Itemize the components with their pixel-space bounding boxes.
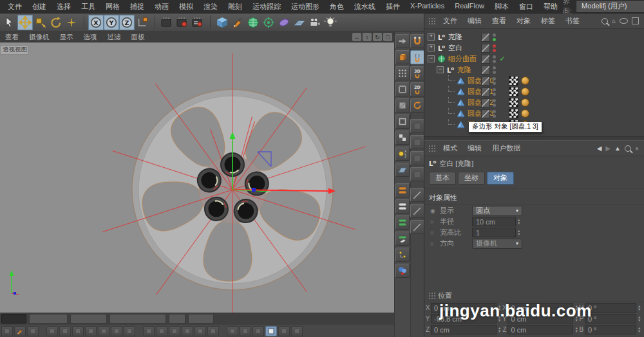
edges-mode-button[interactable] <box>395 82 410 96</box>
modeling-tool-icon[interactable] <box>240 326 251 336</box>
workplane-button[interactable] <box>395 163 410 177</box>
panel-grip-icon[interactable] <box>428 17 436 25</box>
menubar-item[interactable]: 创建 <box>27 2 52 12</box>
z-lock-toggle[interactable]: Z <box>119 15 135 30</box>
expand-toggle-icon[interactable]: − <box>437 66 444 73</box>
pan-view-icon[interactable]: ↔ <box>352 33 361 41</box>
menubar-item[interactable]: 角色 <box>325 2 349 12</box>
phong-tag-icon[interactable] <box>521 87 529 96</box>
guide-erase-button[interactable] <box>410 220 424 234</box>
visibility-tag-icon[interactable] <box>481 33 490 42</box>
subdivision-surface-button[interactable] <box>245 15 261 30</box>
axis-mode-button[interactable]: XYZ <box>395 147 410 161</box>
interface-dropdown[interactable]: Modelifj (用户) ▾ <box>576 0 644 13</box>
modeling-tool-icon[interactable] <box>182 326 193 336</box>
keyframe-dot-icon[interactable]: ○ <box>430 219 440 225</box>
size-z-field[interactable]: 0 cm <box>507 325 573 334</box>
bottom-tab[interactable] <box>169 314 185 323</box>
panel-box-icon[interactable] <box>632 17 639 24</box>
texture-tag-icon[interactable] <box>509 87 518 96</box>
object-manager-menu-item[interactable]: 查看 <box>487 16 511 26</box>
modeling-tool-icon[interactable] <box>194 326 206 336</box>
texture-tag-icon[interactable] <box>509 98 518 107</box>
isoline-edit-button[interactable] <box>395 232 410 246</box>
expand-toggle-icon[interactable]: + <box>428 44 435 51</box>
bottom-tab[interactable] <box>29 314 68 323</box>
render-settings-button[interactable] <box>190 15 205 30</box>
coordinate-system-toggle[interactable] <box>135 15 150 30</box>
visibility-tag-icon[interactable] <box>481 87 490 96</box>
stepper-icon[interactable]: ▲▼ <box>638 316 641 322</box>
spline-primitive-button[interactable] <box>276 15 292 30</box>
floor-button[interactable] <box>292 15 307 30</box>
menubar-item[interactable]: 插件 <box>381 2 405 12</box>
modeling-tool-icon[interactable] <box>85 326 97 336</box>
bottom-tab[interactable] <box>188 314 214 323</box>
menubar-item[interactable]: 网格 <box>100 2 125 12</box>
rotate-tool[interactable] <box>48 15 64 30</box>
visibility-dots[interactable] <box>493 44 496 52</box>
modeling-tool-icon[interactable] <box>278 326 290 336</box>
x-lock-toggle[interactable]: X <box>88 15 104 30</box>
modeling-tool-icon[interactable] <box>98 326 109 336</box>
object-tree-item[interactable]: 圆盘.1 0✓ <box>424 75 644 86</box>
visibility-tag-icon[interactable] <box>481 98 490 107</box>
falloff-button[interactable] <box>395 264 410 278</box>
visibility-tag-icon[interactable] <box>481 44 490 53</box>
scale-tool[interactable] <box>33 15 48 30</box>
显示-dropdown[interactable]: 圆点▾ <box>472 206 522 216</box>
attribute-menu-item[interactable]: 用户数据 <box>487 143 526 153</box>
keyframe-dot-icon[interactable]: ○ <box>430 241 440 247</box>
panel-grip-icon[interactable] <box>428 291 436 300</box>
attribute-tab-坐标[interactable]: 坐标 <box>458 172 485 185</box>
points-mode-button[interactable] <box>395 66 410 80</box>
visibility-tag-icon[interactable] <box>481 77 490 86</box>
attribute-menu-item[interactable]: 模式 <box>438 143 462 153</box>
stepper-icon[interactable]: ▲▼ <box>517 219 520 225</box>
rotation-p-field[interactable]: 0 ° <box>585 314 636 323</box>
visibility-dots[interactable] <box>493 33 496 41</box>
stepper-icon[interactable]: ▲▼ <box>638 327 641 333</box>
enabled-check-icon[interactable]: ✓ <box>498 55 506 63</box>
modeling-tool-icon[interactable] <box>169 326 180 336</box>
rotate-view-icon[interactable]: ↻ <box>373 33 382 41</box>
modeling-tool-icon[interactable] <box>124 326 135 336</box>
active-tool-icon[interactable] <box>265 326 277 336</box>
menubar-item[interactable]: 文件 <box>3 2 27 12</box>
viewport-menu-item[interactable]: 选项 <box>79 33 102 42</box>
render-view-button[interactable] <box>159 15 175 30</box>
menubar-item[interactable]: 雕刻 <box>223 2 247 12</box>
grid-snap-button[interactable] <box>410 151 424 165</box>
size-x-field[interactable]: 0 cm <box>507 303 573 313</box>
visibility-dots[interactable] <box>493 55 496 63</box>
coord-band-button[interactable] <box>395 199 410 214</box>
guide-plane-button[interactable] <box>410 204 424 218</box>
modeling-tool-icon[interactable] <box>252 326 264 336</box>
stepper-icon[interactable]: ▲▼ <box>517 230 520 236</box>
modeling-tool-icon[interactable] <box>72 326 84 336</box>
menubar-item[interactable]: 渲染 <box>198 2 223 12</box>
eye-icon[interactable] <box>620 18 628 24</box>
texture-tag-icon[interactable] <box>509 76 518 86</box>
menubar-item[interactable]: 运动跟踪 <box>247 2 286 12</box>
bottom-tab[interactable] <box>70 314 107 323</box>
back-icon[interactable]: ◀ <box>597 145 602 152</box>
menubar-item[interactable]: 选择 <box>52 2 76 12</box>
camera-button[interactable] <box>307 15 323 30</box>
object-manager-menu-item[interactable]: 标签 <box>536 16 560 26</box>
expand-toggle-icon[interactable]: − <box>428 55 435 62</box>
make-editable-button[interactable] <box>395 34 410 48</box>
modeling-tool-icon[interactable] <box>111 326 122 336</box>
visibility-dots[interactable] <box>493 88 496 96</box>
y-lock-toggle[interactable]: Y <box>104 15 119 30</box>
半径-field[interactable]: 10 cm <box>472 217 516 226</box>
modeling-tool-icon[interactable] <box>156 326 167 336</box>
phong-tag-icon[interactable] <box>521 77 529 85</box>
phong-tag-icon[interactable] <box>521 109 529 118</box>
visibility-tag-icon[interactable] <box>481 109 490 118</box>
texture-tag-icon[interactable] <box>509 109 518 118</box>
keyframe-button[interactable] <box>395 248 410 262</box>
snap-2d-button[interactable]: 2D <box>410 82 424 96</box>
spline-pen-button[interactable] <box>230 15 245 30</box>
方向-dropdown[interactable]: 摄像机▾ <box>472 239 522 249</box>
